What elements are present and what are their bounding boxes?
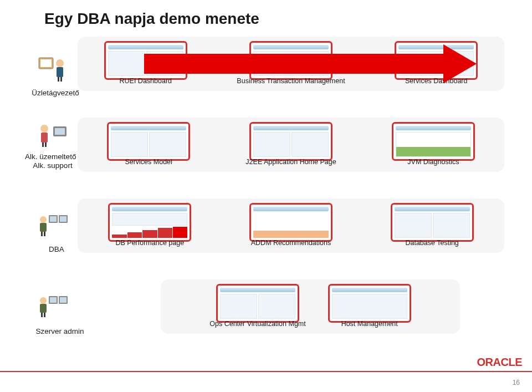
thumb-db-perf: DB Performance page [108,203,191,248]
row-server: Ops Center Virtualization Mgmt Host Mana… [161,279,460,334]
svg-rect-15 [60,216,66,222]
slide-title: Egy DBA napja demo menete [44,10,259,28]
svg-point-2 [56,59,64,67]
thumb-services-model: Services Model [107,122,190,167]
svg-rect-22 [50,297,57,303]
svg-rect-7 [55,128,65,135]
page-number: 16 [513,379,520,386]
svg-point-24 [40,297,47,304]
footer-divider [0,371,532,372]
oracle-logo: ORACLE [477,356,522,369]
flow-arrow-icon [144,42,482,86]
svg-rect-26 [41,313,43,317]
role-label-support: Alk. üzemeltető / Alk. support [22,152,83,170]
thumb-jvm: JVM Diagnostics [392,122,475,167]
svg-rect-11 [45,142,47,147]
role-label-dba: DBA [40,245,73,254]
caption-j2ee: J2EE Application Home Page [245,158,336,166]
caption-db-testing: Database Testing [405,239,458,247]
svg-rect-10 [42,142,44,147]
thumb-ops-center: Ops Center Virtualization Mgmt [209,284,305,329]
admin-person-icon [37,292,70,319]
caption-ops-center: Ops Center Virtualization Mgmt [209,320,305,328]
thumb-host-mgmt: Host Management [328,284,411,329]
caption-db-perf: DB Performance page [115,239,184,247]
svg-rect-5 [60,77,62,82]
svg-rect-23 [60,297,66,303]
thumb-j2ee: J2EE Application Home Page [245,122,336,167]
role-label-business: Üzletágvezető [28,89,83,98]
svg-rect-4 [58,77,59,82]
svg-rect-19 [44,232,45,236]
role-label-admin: Szerver admin [32,327,88,336]
svg-point-16 [40,216,47,223]
svg-rect-1 [40,59,52,67]
row-apps: Services Model J2EE Application Home Pag… [78,118,504,172]
svg-rect-18 [41,232,43,236]
caption-addm: ADDM Recommendations [251,239,331,247]
svg-rect-3 [57,67,63,77]
dba-person-icon [37,211,70,238]
svg-rect-17 [40,223,47,232]
thumb-db-testing: Database Testing [391,203,474,248]
thumb-addm: ADDM Recommendations [249,203,332,248]
caption-services-model: Services Model [125,158,172,166]
caption-host-mgmt: Host Management [341,320,398,328]
svg-rect-14 [50,216,57,222]
svg-rect-27 [44,313,45,317]
support-person-icon [37,121,70,149]
caption-jvm: JVM Diagnostics [407,158,459,166]
svg-point-8 [40,125,48,133]
svg-rect-25 [40,304,47,313]
svg-rect-9 [41,133,48,142]
row-db: DB Performance page ADDM Recommendations… [78,198,504,253]
businessman-icon [37,55,70,83]
